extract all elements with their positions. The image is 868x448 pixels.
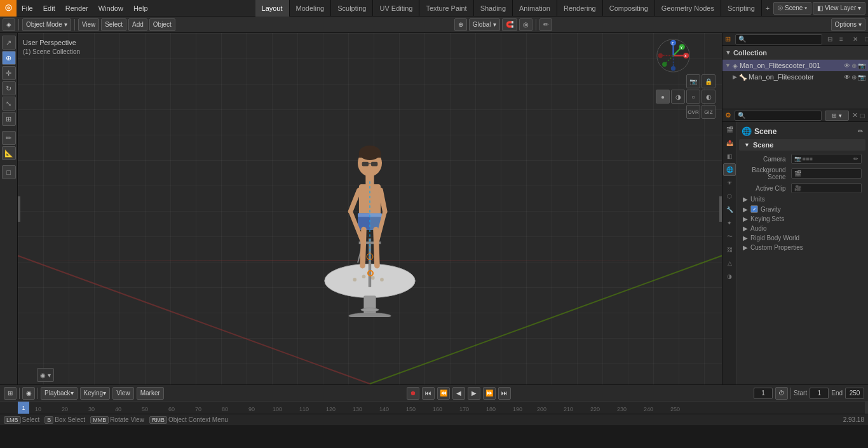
tab-shading[interactable]: Shading — [474, 0, 513, 17]
sidebar-toggle-right[interactable] — [719, 196, 722, 222]
tab-animation[interactable]: Animation — [513, 0, 557, 17]
step-back-btn[interactable]: ⏪ — [437, 387, 450, 400]
tab-layout[interactable]: Layout — [255, 0, 290, 17]
add-cube-btn[interactable]: □ — [2, 165, 16, 179]
menu-file[interactable]: File — [17, 0, 38, 17]
outliner-sort-btn[interactable]: ≡ — [836, 34, 846, 44]
snap-btn[interactable]: 🧲 — [502, 18, 517, 31]
editor-type-button[interactable]: ◈ — [3, 18, 15, 31]
play-btn[interactable]: ▶ — [468, 387, 480, 400]
gravity-checkbox[interactable]: ✓ — [750, 205, 758, 213]
render-props-btn[interactable]: 🎬 — [723, 123, 736, 136]
section-gravity[interactable]: ▶ ✓ Gravity — [739, 204, 865, 214]
section-custom-props[interactable]: ▶ Custom Properties — [739, 243, 865, 252]
scale-tool-btn[interactable]: ⤡ — [2, 97, 16, 111]
tab-compositing[interactable]: Compositing — [603, 0, 655, 17]
playback-dropdown[interactable]: Playback ▾ — [41, 387, 78, 400]
physics-props-btn[interactable]: 〜 — [723, 230, 736, 243]
menu-help[interactable]: Help — [128, 0, 153, 17]
particles-props-btn[interactable]: ✦ — [723, 217, 736, 229]
outliner-item-1[interactable]: ▶ 🦴 Man_on_Flitescooter 👁 ⊕ 📷 — [730, 71, 868, 83]
record-btn[interactable]: ⏺ — [407, 387, 419, 400]
camera-edit-btn[interactable]: ✏ — [853, 156, 858, 162]
material-props-btn[interactable]: ◑ — [723, 270, 736, 283]
transform-tool-btn[interactable]: ⊞ — [2, 112, 16, 126]
section-audio[interactable]: ▶ Audio — [739, 224, 865, 233]
navigation-gizmo[interactable]: X Y Z — [656, 38, 691, 73]
props-search[interactable] — [735, 111, 822, 121]
timeline-icon-mode[interactable]: ◉ — [22, 387, 35, 400]
gizmo-toggle[interactable]: GIZ — [702, 105, 715, 119]
viewport-mode-btn[interactable]: ◉ ▾ — [37, 368, 54, 382]
camera-view-btn[interactable]: 📷 — [686, 74, 700, 88]
item-eye-0[interactable]: 👁 — [844, 62, 850, 69]
output-props-btn[interactable]: 📤 — [723, 137, 736, 149]
select-menu-btn[interactable]: Select — [101, 18, 126, 31]
item-viewport-1[interactable]: ⊕ — [851, 74, 857, 81]
end-frame-input[interactable]: 250 — [845, 388, 864, 399]
marker-dropdown[interactable]: Marker — [137, 387, 164, 400]
keying-dropdown[interactable]: Keying ▾ — [80, 387, 111, 400]
constraints-props-btn[interactable]: ⛓ — [723, 243, 736, 256]
tab-scripting[interactable]: Scripting — [721, 0, 762, 17]
object-menu-btn[interactable]: Object — [149, 18, 175, 31]
start-frame-input[interactable]: 1 — [810, 388, 829, 399]
modifier-props-btn[interactable]: 🔧 — [723, 203, 736, 216]
annotate-btn[interactable]: ✏ — [539, 18, 552, 31]
outliner-expand-btn[interactable]: □ — [862, 34, 868, 44]
item-render-0[interactable]: 📷 — [858, 62, 865, 69]
outliner-close-btn[interactable]: ✕ — [850, 34, 860, 44]
item-eye-1[interactable]: 👁 — [844, 74, 850, 81]
tab-sculpting[interactable]: Sculpting — [331, 0, 373, 17]
timeline-view-dropdown[interactable]: View — [112, 387, 134, 400]
scene-props-btn[interactable]: 🌐 — [723, 163, 736, 176]
timeline-scrollbar[interactable] — [865, 402, 868, 414]
scene-header-edit[interactable]: ✏ — [858, 128, 863, 135]
bg-scene-field[interactable]: 🎬 — [791, 168, 862, 179]
tab-geometry-nodes[interactable]: Geometry Nodes — [655, 0, 721, 17]
view-menu-btn[interactable]: View — [78, 18, 100, 31]
tab-texture-paint[interactable]: Texture Paint — [419, 0, 473, 17]
item-viewport-0[interactable]: ⊕ — [851, 62, 857, 69]
measure-tool-btn[interactable]: 📐 — [2, 146, 16, 160]
tab-rendering[interactable]: Rendering — [557, 0, 603, 17]
section-keying-sets[interactable]: ▶ Keying Sets — [739, 214, 865, 224]
cursor-tool-btn[interactable]: ⊕ — [2, 51, 16, 65]
props-window-btn[interactable]: □ — [859, 111, 865, 121]
tab-modeling[interactable]: Modeling — [290, 0, 332, 17]
timeline-frames-ruler[interactable]: 1 10 20 30 40 50 60 70 80 90 100 110 120… — [0, 401, 868, 414]
view-layer-props-btn[interactable]: ◧ — [723, 150, 736, 163]
section-scene[interactable]: ▼ Scene — [739, 139, 865, 151]
view-layer-dropdown[interactable]: ◧ View Layer ▾ — [813, 2, 865, 15]
props-expand-btn[interactable]: ⊞ ▾ — [825, 111, 849, 121]
item-render-1[interactable]: 📷 — [858, 74, 865, 81]
options-dropdown[interactable]: Options ▾ — [831, 18, 865, 31]
menu-edit[interactable]: Edit — [38, 0, 60, 17]
current-frame-input[interactable]: 1 — [754, 388, 773, 399]
select-tool-btn[interactable]: ↗ — [2, 36, 16, 50]
proportional-btn[interactable]: ◎ — [519, 18, 532, 31]
viewport-shading-wireframe[interactable]: ○ — [686, 90, 700, 104]
object-data-btn[interactable]: △ — [723, 257, 736, 269]
section-units[interactable]: ▶ Units — [739, 194, 865, 204]
world-props-btn[interactable]: ☀ — [723, 177, 736, 189]
outliner-search[interactable] — [735, 34, 822, 44]
mode-dropdown[interactable]: Object Mode ▾ — [22, 18, 71, 31]
add-menu-btn[interactable]: Add — [128, 18, 147, 31]
props-close-btn[interactable]: ✕ — [851, 111, 858, 121]
outliner-item-0[interactable]: ▼ ◈ Man_on_Flitescooter_001 👁 ⊕ 📷 — [722, 60, 868, 71]
3d-viewport[interactable]: User Perspective (1) Scene Collection — [18, 33, 722, 384]
viewport-shading-solid[interactable]: ● — [656, 90, 670, 104]
viewport-shading-render[interactable]: ◑ — [671, 90, 685, 104]
active-clip-field[interactable]: 🎥 — [791, 183, 862, 193]
jump-start-btn[interactable]: ⏮ — [422, 387, 435, 400]
section-rigid-body[interactable]: ▶ Rigid Body World — [739, 233, 865, 243]
add-workspace-button[interactable]: + — [762, 0, 773, 17]
rotate-tool-btn[interactable]: ↻ — [2, 81, 16, 95]
camera-field[interactable]: 📷 ■■■ ✏ — [791, 154, 862, 164]
annotate-tool-btn[interactable]: ✏ — [2, 131, 16, 145]
scene-dropdown[interactable]: ⦾ Scene ▾ — [773, 2, 811, 15]
outliner-filter-btn[interactable]: ⊟ — [825, 34, 835, 44]
object-props-btn[interactable]: ⬡ — [723, 190, 736, 203]
menu-window[interactable]: Window — [93, 0, 128, 17]
